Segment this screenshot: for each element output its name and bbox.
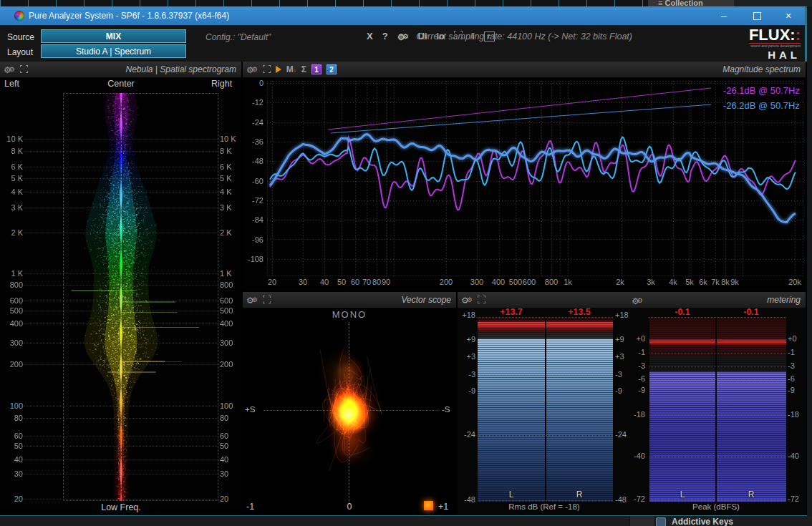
vectorscope-settings-gears-icon[interactable]: ⚙⚙ <box>246 293 258 306</box>
rms-scale-tick-left: +9 <box>455 335 475 344</box>
gridline <box>478 340 613 341</box>
maximize-button[interactable] <box>745 6 769 25</box>
gridline <box>649 457 786 457</box>
minimize-button[interactable]: – <box>712 6 736 25</box>
peak-meter-settings-gears-icon[interactable]: ⚙⚙ <box>632 294 643 307</box>
freq-axis-tick: 20k <box>783 278 806 286</box>
nebula-freq-tick-right: 30 <box>220 469 241 478</box>
addictive-keys-label: Addictive Keys <box>672 517 733 526</box>
gridline <box>24 499 218 500</box>
magnitude-panel-title: Magnitude spectrum <box>722 64 801 74</box>
peak-scale-tick-right: -18 <box>788 410 808 419</box>
background-collection-panel: ≡ Collection <box>648 0 734 6</box>
gridline <box>24 233 218 233</box>
settings-gears-icon[interactable]: ⚙⚙ <box>397 31 409 43</box>
rms-scale-tick-right: +18 <box>615 311 635 319</box>
nebula-freq-tick-right: 20 <box>220 495 241 503</box>
screen: ≡ Collection Pure Analyzer System - SP6f… <box>0 0 812 526</box>
channel-1-badge[interactable]: 1 <box>311 64 322 74</box>
source-select-button[interactable]: MIX <box>41 29 186 43</box>
gridline <box>24 139 218 140</box>
max-hold-icon[interactable]: M↓ <box>286 64 296 74</box>
gridline <box>24 178 218 179</box>
gridline <box>649 353 786 354</box>
sum-sigma-icon[interactable]: Σ <box>301 64 306 74</box>
vectorscope-zero-label: 0 <box>342 502 357 512</box>
peak-scale-tick-right: +0 <box>788 334 808 343</box>
rms-scale-tick-left: -24 <box>455 430 475 439</box>
nebula-freq-tick-left: 6 K <box>1 162 23 171</box>
metering-settings-gears-icon[interactable]: ⚙⚙ <box>461 293 473 306</box>
nebula-freq-tick-right: 6 K <box>220 162 241 171</box>
rms-left-channel-label: L <box>490 490 533 500</box>
vectorscope-expand-icon[interactable] <box>263 293 271 306</box>
magnitude-expand-icon[interactable] <box>263 63 271 76</box>
db-axis-tick: -48 <box>243 157 264 165</box>
gridline <box>24 311 218 311</box>
gridline <box>649 415 786 416</box>
nebula-freq-tick-right: 800 <box>220 281 241 289</box>
nebula-freq-tick-left: 600 <box>1 296 23 305</box>
rms-left-bar <box>478 318 545 502</box>
gridline <box>649 379 786 380</box>
content-area: ⚙⚙ Nebula | Spatial spectrogram Left Cen… <box>0 62 807 515</box>
gridline <box>478 375 613 376</box>
help-icon[interactable]: ? <box>382 31 388 42</box>
nebula-center-line <box>121 93 122 501</box>
nebula-freq-tick-left: 80 <box>1 414 23 422</box>
close-button[interactable]: × <box>776 6 801 25</box>
nebula-freq-tick-right: 10 K <box>220 135 241 143</box>
layout-select-button[interactable]: Studio A | Spectrum <box>41 44 186 58</box>
play-pause-icon[interactable] <box>276 66 281 73</box>
freq-axis-tick: 9k <box>723 278 746 286</box>
nebula-freq-tick-right: 3 K <box>220 203 241 212</box>
nebula-freq-tick-right: 5 K <box>220 174 241 182</box>
background-window-edge <box>629 516 656 526</box>
nebula-freq-tick-right: 2 K <box>220 228 241 237</box>
vectorscope-panel-header: ⚙⚙ Vector scope <box>243 292 456 308</box>
metering-panel-header: ⚙⚙ ⚙⚙ metering <box>458 292 806 308</box>
flux-hal-logo: FLUX:: sound and picture development HAL <box>749 27 801 60</box>
gridline <box>478 357 613 358</box>
nebula-freq-tick-right: 40 <box>220 455 241 464</box>
nebula-freq-tick-right: 60 <box>220 432 241 440</box>
nebula-expand-icon[interactable] <box>20 63 28 76</box>
peak-right-value: -0.1 <box>730 307 773 317</box>
close-x-icon[interactable]: X <box>367 31 373 42</box>
config-label: Config.: "Default" <box>206 32 271 42</box>
nebula-freq-tick-right: 300 <box>220 339 241 347</box>
nebula-settings-gears-icon[interactable]: ⚙⚙ <box>4 63 15 76</box>
nebula-freq-tick-right: 1 K <box>220 269 241 278</box>
title-bar[interactable]: Pure Analyzer System - SP6f - 1.8.6.3793… <box>0 6 805 25</box>
metering-expand-icon[interactable] <box>478 293 485 306</box>
channel-2-badge[interactable]: 2 <box>327 64 337 74</box>
db-axis-tick: -60 <box>243 177 264 185</box>
peak-scale-tick-left: -3 <box>625 361 645 370</box>
sampling-rate-label: Current sampling rate: 44100 Hz (-> Net:… <box>416 31 632 42</box>
db-axis-tick: -72 <box>243 196 264 205</box>
nebula-center-label: Center <box>85 79 157 89</box>
peak-scale-tick-right: -9 <box>788 386 808 394</box>
nebula-freq-tick-left: 200 <box>1 360 23 369</box>
nebula-freq-tick-left: 30 <box>1 469 23 478</box>
freq-axis-tick: 90 <box>374 278 397 286</box>
magnitude-settings-gears-icon[interactable]: ⚙⚙ <box>246 63 258 76</box>
app-logo-icon <box>14 11 24 21</box>
peak-scale-tick-left: +0 <box>625 334 645 343</box>
db-axis-tick: -36 <box>243 137 264 146</box>
gridline <box>24 459 218 460</box>
rms-scale-tick-right: -24 <box>615 430 635 439</box>
rms-scale-tick-left: +3 <box>455 352 475 361</box>
gridline <box>24 273 218 274</box>
nebula-bottom-label: Low Freq. <box>49 502 193 512</box>
rms-left-value: +13.7 <box>490 307 533 317</box>
nebula-left-label: Left <box>4 79 19 89</box>
peak-scale-tick-left: -18 <box>625 410 645 419</box>
spectrum-display[interactable] <box>267 81 803 276</box>
peak-scale-tick-right: -3 <box>788 361 808 370</box>
addictive-keys-icon <box>656 517 666 526</box>
nebula-freq-tick-right: 400 <box>220 319 241 328</box>
brand-hal-text: HAL <box>749 49 801 60</box>
gridline <box>649 391 786 391</box>
peak-right-channel-label: R <box>730 490 773 500</box>
